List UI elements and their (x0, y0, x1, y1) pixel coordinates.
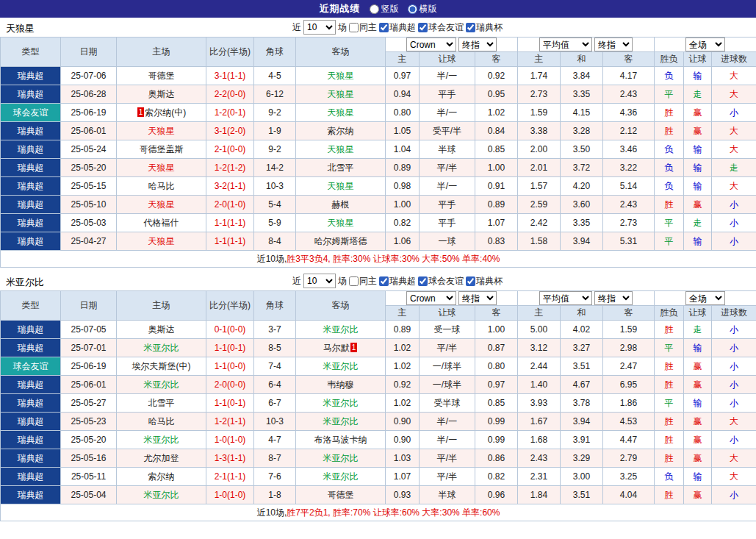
team-link[interactable]: 天狼星 (148, 199, 175, 210)
match-count-select[interactable]: 10 (303, 20, 336, 35)
team-link[interactable]: 米亚尔比 (323, 471, 359, 482)
team-link[interactable]: 米亚尔比 (323, 398, 359, 408)
team-link[interactable]: 米亚尔比 (144, 490, 179, 500)
team-link[interactable]: 布洛马波卡纳 (314, 435, 367, 445)
team-link[interactable]: 哥德堡盖斯 (140, 144, 184, 154)
team-link[interactable]: 奥斯达 (148, 89, 175, 99)
score-cell[interactable]: 1-1(0-1) (206, 339, 254, 357)
score-cell[interactable]: 1-2(1-1) (206, 413, 254, 431)
score-cell[interactable]: 0-1(0-0) (206, 321, 254, 339)
filter-swedish-cup[interactable]: 瑞典杯 (466, 21, 503, 34)
match-count-select[interactable]: 10 (303, 274, 336, 288)
team-link[interactable]: 埃尔夫斯堡(中) (132, 361, 191, 371)
score-cell[interactable]: 2-0(1-0) (206, 196, 254, 214)
team-link[interactable]: 米亚尔比 (144, 379, 179, 390)
team-link[interactable]: 天狼星 (328, 144, 354, 154)
score-cell[interactable]: 2-1(1-1) (206, 468, 254, 486)
score-cell[interactable]: 3-1(2-0) (206, 122, 254, 140)
team-link[interactable]: 赫根 (332, 199, 350, 210)
bookmaker-select[interactable]: Crown (406, 291, 456, 305)
layout-radio-vertical[interactable]: 竖版 (370, 3, 399, 15)
team-link[interactable]: 米亚尔比 (323, 453, 359, 463)
handicap-home-odds: 0.90 (386, 431, 420, 449)
team-link[interactable]: 米亚尔比 (323, 416, 359, 426)
team-link[interactable]: 北雪平 (148, 398, 175, 408)
club-friendly-checkbox[interactable] (418, 276, 428, 286)
team-link[interactable]: 天狼星 (328, 181, 354, 191)
team-link[interactable]: 索尔纳 (328, 126, 354, 136)
full-match-select[interactable]: 全场 (685, 291, 725, 305)
team-link[interactable]: 天狼星 (328, 71, 354, 81)
result-outcome: 负 (655, 140, 684, 159)
team-link[interactable]: 代格福什 (144, 218, 179, 228)
filter-league-super[interactable]: 瑞典超 (379, 275, 416, 288)
euro-away-odds: 1.59 (603, 321, 655, 339)
average-odds-select[interactable]: 平均值 (539, 291, 592, 305)
team-link[interactable]: 尤尔加登 (144, 453, 179, 463)
same-home-checkbox[interactable] (349, 276, 359, 286)
team-link[interactable]: 马尔默 (323, 343, 350, 353)
swedish-cup-checkbox[interactable] (466, 23, 475, 32)
club-friendly-checkbox[interactable] (418, 23, 428, 32)
same-home-checkbox[interactable] (349, 23, 359, 32)
team-link[interactable]: 北雪平 (328, 163, 354, 173)
away-team-cell: 天狼星 (296, 85, 386, 104)
team-link[interactable]: 哥德堡 (328, 490, 354, 500)
team-link[interactable]: 天狼星 (148, 163, 175, 173)
average-odds-select[interactable]: 平均值 (539, 38, 592, 51)
bookmaker-select[interactable]: Crown (406, 38, 456, 51)
full-match-select[interactable]: 全场 (685, 38, 725, 51)
handicap-away-odds: 0.80 (475, 357, 518, 376)
score-cell[interactable]: 1-1(0-0) (206, 357, 254, 376)
team-link[interactable]: 索尔纳 (148, 471, 175, 482)
league-super-checkbox[interactable] (379, 23, 389, 32)
filter-same-home[interactable]: 同主 (349, 275, 377, 288)
filter-club-friendly[interactable]: 球会友谊 (418, 21, 464, 34)
vertical-radio-icon[interactable] (370, 4, 379, 14)
layout-radio-horizontal[interactable]: 横版 (408, 3, 437, 15)
score-cell[interactable]: 2-0(0-0) (206, 376, 254, 394)
league-super-checkbox[interactable] (379, 276, 389, 286)
team-link[interactable]: 天狼星 (328, 89, 354, 99)
horizontal-radio-icon[interactable] (408, 4, 417, 14)
score-cell[interactable]: 1-0(1-0) (206, 431, 254, 449)
filter-league-super[interactable]: 瑞典超 (379, 21, 416, 34)
score-cell[interactable]: 1-1(0-1) (206, 394, 254, 413)
team-link[interactable]: 哈尔姆斯塔德 (314, 236, 367, 246)
final-odds-select[interactable]: 终指 (458, 291, 497, 305)
match-date: 25-06-01 (61, 376, 117, 394)
score-cell[interactable]: 2-2(0-0) (206, 85, 254, 104)
score-cell[interactable]: 3-1(1-1) (206, 67, 254, 85)
filter-swedish-cup[interactable]: 瑞典杯 (466, 275, 503, 288)
match-date: 25-05-04 (61, 486, 117, 504)
score-cell[interactable]: 1-1(1-1) (206, 232, 254, 251)
team-link[interactable]: 索尔纳(中) (145, 107, 186, 118)
score-cell[interactable]: 1-1(1-1) (206, 214, 254, 232)
filter-club-friendly[interactable]: 球会友谊 (418, 275, 464, 288)
team-link[interactable]: 天狼星 (148, 126, 175, 136)
team-link[interactable]: 天狼星 (328, 218, 354, 228)
filter-same-home[interactable]: 同主 (349, 21, 377, 34)
score-cell[interactable]: 1-3(1-1) (206, 449, 254, 468)
team-link[interactable]: 韦纳穆 (328, 379, 354, 390)
team-link[interactable]: 哥德堡 (148, 71, 175, 81)
team-link[interactable]: 米亚尔比 (323, 361, 359, 371)
handicap-line: 一/球半 (420, 376, 475, 394)
swedish-cup-checkbox[interactable] (466, 276, 475, 286)
team-link[interactable]: 哈马比 (148, 181, 175, 191)
final-odds-select[interactable]: 终指 (458, 38, 497, 51)
final-euro-odds-select[interactable]: 终指 (594, 291, 633, 305)
score-cell[interactable]: 1-0(1-0) (206, 486, 254, 504)
score-cell[interactable]: 3-2(1-1) (206, 177, 254, 196)
score-cell[interactable]: 1-2(0-1) (206, 104, 254, 122)
team-link[interactable]: 米亚尔比 (144, 343, 179, 353)
team-link[interactable]: 天狼星 (148, 236, 175, 246)
final-euro-odds-select[interactable]: 终指 (594, 38, 633, 51)
team-link[interactable]: 米亚尔比 (323, 324, 359, 335)
score-cell[interactable]: 2-1(0-0) (206, 140, 254, 159)
team-link[interactable]: 天狼星 (328, 107, 354, 118)
team-link[interactable]: 米亚尔比 (144, 435, 179, 445)
score-cell[interactable]: 1-2(1-2) (206, 159, 254, 177)
team-link[interactable]: 奥斯达 (148, 324, 175, 335)
team-link[interactable]: 哈马比 (148, 416, 175, 426)
